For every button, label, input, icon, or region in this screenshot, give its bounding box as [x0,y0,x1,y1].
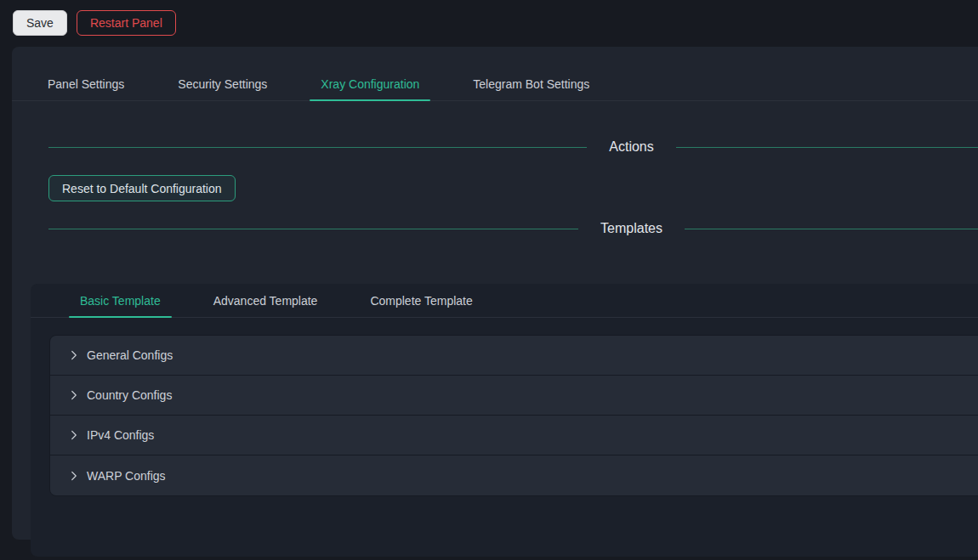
divider-line-left [48,147,587,148]
chevron-right-icon [69,430,79,440]
template-tabs: Basic Template Advanced Template Complet… [31,284,978,318]
chevron-right-icon [69,471,79,481]
actions-section-title: Actions [587,139,675,155]
collapse-ipv4-configs[interactable]: IPv4 Configs [50,416,978,455]
chevron-right-icon [69,350,79,360]
chevron-right-icon [69,390,79,400]
collapse-country-configs[interactable]: Country Configs [50,376,978,416]
settings-tabs: Panel Settings Security Settings Xray Co… [12,67,978,101]
restart-panel-button[interactable]: Restart Panel [77,10,176,36]
actions-divider: Actions [48,138,978,156]
settings-card: Panel Settings Security Settings Xray Co… [12,47,978,540]
divider-line-left [48,229,578,229]
collapse-label: WARP Configs [87,469,166,483]
save-button[interactable]: Save [13,10,67,36]
reset-default-configuration-button[interactable]: Reset to Default Configuration [48,175,236,201]
tab-panel-settings[interactable]: Panel Settings [37,67,135,100]
templates-section-title: Templates [578,221,685,236]
divider-line-right [685,229,978,229]
collapse-warp-configs[interactable]: WARP Configs [50,455,978,495]
tab-xray-configuration[interactable]: Xray Configuration [310,67,430,100]
divider-line-right [676,147,978,148]
collapse-general-configs[interactable]: General Configs [50,336,978,376]
tab-advanced-template[interactable]: Advanced Template [202,284,329,317]
topbar: Save Restart Panel [0,0,978,47]
config-collapse-list: General Configs Country Configs IPv4 Con… [49,335,978,496]
tab-complete-template[interactable]: Complete Template [359,284,483,317]
collapse-label: General Configs [87,348,173,362]
collapse-label: IPv4 Configs [87,428,154,442]
collapse-label: Country Configs [87,388,172,402]
tab-telegram-bot-settings[interactable]: Telegram Bot Settings [462,67,600,100]
templates-card: Basic Template Advanced Template Complet… [31,284,978,557]
tab-security-settings[interactable]: Security Settings [167,67,278,100]
tab-basic-template[interactable]: Basic Template [69,284,172,317]
templates-divider: Templates [48,219,978,238]
